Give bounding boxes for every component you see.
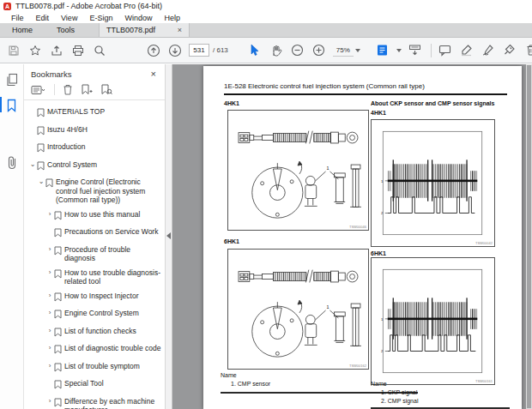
bookmark-glyph-icon [54, 309, 64, 322]
sign-button[interactable] [481, 42, 496, 59]
comment-button[interactable] [438, 42, 453, 59]
star-button[interactable] [27, 42, 43, 59]
zoom-in-icon [312, 44, 325, 57]
figure-callout: 1 [327, 304, 329, 310]
zoom-in-button[interactable] [311, 42, 327, 59]
menu-view[interactable]: View [55, 14, 83, 22]
cmp-sensor-figure-6hk1: 1 TSW00162 [227, 249, 369, 370]
vertical-scrollbar[interactable] [526, 64, 532, 409]
signal-figure-6hk1: 1 2 TSW00161 [371, 257, 495, 385]
left-name-item: 1. CMP sensor [231, 381, 270, 387]
page-number-input[interactable] [189, 44, 209, 57]
chevron-icon [28, 142, 37, 155]
stamp-button[interactable] [502, 42, 517, 59]
collapse-toolbar-icon [408, 44, 421, 57]
close-panel-icon[interactable]: × [151, 69, 156, 79]
bookmark-glyph-icon [54, 344, 64, 357]
tab-document[interactable]: TTLB0078.pdf × [99, 23, 190, 37]
panel-splitter[interactable] [166, 64, 172, 409]
chevron-icon[interactable]: › [45, 344, 54, 357]
zoom-out-button[interactable] [290, 42, 305, 59]
bookmark-options-button[interactable] [31, 85, 45, 95]
bookmark-item[interactable]: ›Difference by each machine manufacturer [24, 397, 163, 409]
bookmark-item[interactable]: ›List of diagnostic trouble code [24, 344, 163, 357]
bookmark-item[interactable]: Isuzu 4H/6H [24, 125, 163, 138]
attachments-panel-button[interactable] [6, 155, 18, 173]
chevron-icon[interactable]: › [45, 210, 54, 223]
bookmark-label: Procedure of trouble diagnosis [64, 245, 163, 263]
bookmark-item[interactable]: Precautions on Service Work [24, 227, 163, 240]
search-button[interactable] [92, 42, 107, 59]
document-viewport[interactable]: 1E-528 Electronic control fuel injection… [172, 64, 526, 409]
bookmarks-toolbar [24, 81, 165, 100]
collapse-panel-icon[interactable] [166, 232, 171, 239]
chevron-icon[interactable]: › [45, 397, 54, 409]
bookmarks-panel-button[interactable] [6, 99, 17, 116]
page-thumbnails-button[interactable] [6, 73, 18, 90]
select-tool-button[interactable] [247, 42, 263, 59]
menu-window[interactable]: Window [118, 14, 158, 22]
window-title: TTLB0078.pdf - Adobe Acrobat Pro (64-bit… [15, 2, 162, 10]
bookmark-item[interactable]: ›How to use this manual [24, 210, 163, 223]
toolbar-collapse-button[interactable] [408, 42, 423, 59]
bookmark-item[interactable]: ›List of trouble symptom [24, 362, 163, 375]
bookmark-item[interactable]: Introduction [24, 142, 163, 155]
tab-document-label: TTLB0078.pdf [106, 26, 155, 34]
zoom-caret-icon[interactable] [355, 49, 360, 52]
new-bookmark-button[interactable] [81, 84, 93, 95]
bookmark-tree: MATERIALS TOP Isuzu 4H/6H Introduction ⌄… [24, 100, 165, 409]
chevron-icon[interactable]: › [45, 327, 54, 340]
page-fit-caret-icon[interactable] [396, 49, 402, 52]
page-fit-button[interactable] [375, 42, 390, 59]
trash-icon [525, 44, 532, 57]
bookmarks-panel: Bookmarks × MATERIALS TOP [24, 64, 166, 409]
ckp-cmp-signal-chart: 1 2 [372, 258, 494, 384]
find-bookmark-button[interactable] [100, 84, 112, 95]
bookmarks-toolbar-divider [54, 84, 55, 95]
delete-pages-button[interactable] [523, 42, 532, 59]
bookmark-search-icon [100, 84, 112, 95]
bookmark-item[interactable]: ›How to Inspect Injector [24, 292, 163, 304]
bookmark-label: Difference by each machine manufacturer [64, 397, 163, 409]
chevron-icon[interactable]: › [45, 292, 54, 304]
chevron-icon[interactable]: › [45, 362, 54, 375]
bookmark-glyph-icon [54, 362, 64, 375]
scrollbar-thumb[interactable] [527, 65, 531, 408]
zoom-level-value[interactable]: 75% [333, 45, 354, 57]
bookmark-item[interactable]: ⌄Control System [24, 160, 163, 173]
left-variant-top-label: 4HK1 [224, 100, 239, 106]
save-button[interactable] [6, 42, 21, 59]
share-button[interactable] [49, 42, 64, 59]
menu-edit[interactable]: Edit [30, 14, 56, 22]
chevron-icon[interactable]: › [45, 309, 54, 322]
cmp-sensor-diagram: 1 [228, 111, 368, 230]
chevron-icon [28, 107, 37, 120]
next-page-button[interactable] [167, 42, 183, 59]
tab-tools[interactable]: Tools [45, 23, 87, 37]
bookmark-item[interactable]: ›List of function checks [24, 327, 163, 340]
chevron-icon[interactable]: ⌄ [37, 177, 45, 205]
tab-close-icon[interactable]: × [178, 27, 182, 34]
right-variant-top-label: 4HK1 [371, 110, 386, 116]
bookmark-item[interactable]: ›Procedure of trouble diagnosis [24, 245, 163, 263]
highlight-button[interactable] [459, 42, 475, 59]
previous-page-button[interactable] [146, 42, 161, 59]
chevron-icon[interactable]: › [45, 245, 54, 263]
menu-file[interactable]: File [5, 14, 30, 22]
hand-tool-button[interactable] [269, 42, 284, 59]
signal-figure-4hk1: 1 2 TSW00042 [371, 119, 495, 247]
print-button[interactable] [70, 42, 86, 59]
bookmark-item[interactable]: MATERIALS TOP [24, 107, 163, 120]
delete-bookmark-button[interactable] [63, 84, 73, 95]
bookmark-item[interactable]: ›Engine Control System [24, 309, 163, 322]
bookmark-icon [6, 99, 17, 112]
bookmark-item[interactable]: ›How to use trouble diagnosis-related to… [24, 268, 163, 286]
menu-help[interactable]: Help [158, 14, 186, 22]
tab-bar: Home Tools TTLB0078.pdf × [0, 23, 532, 38]
bookmark-item[interactable]: ⌄Engine Control (Electronic control fuel… [24, 177, 163, 205]
chevron-icon[interactable]: ⌄ [28, 160, 37, 173]
chevron-icon[interactable]: › [45, 268, 54, 286]
bookmark-item[interactable]: Special Tool [24, 379, 163, 392]
tab-home[interactable]: Home [0, 23, 45, 37]
menu-esign[interactable]: E-Sign [83, 14, 118, 22]
